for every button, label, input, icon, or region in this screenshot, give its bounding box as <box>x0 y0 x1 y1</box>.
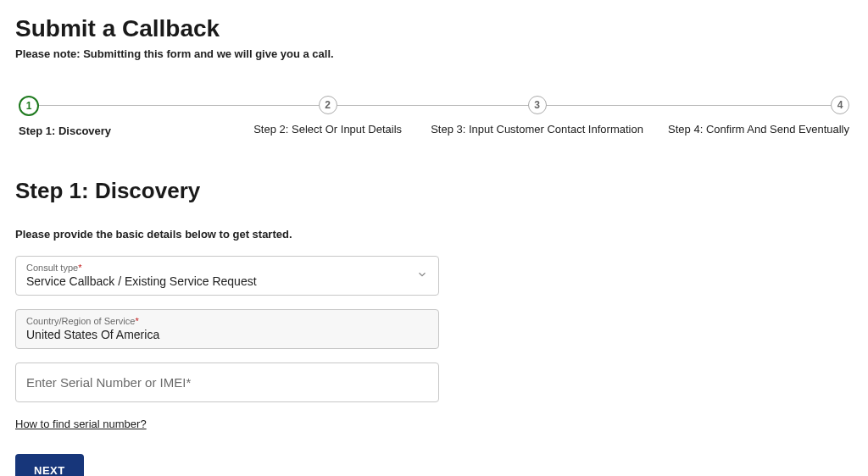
serial-input[interactable] <box>16 363 438 401</box>
country-label: Country/Region of Service* <box>26 316 428 326</box>
step-1[interactable]: 1 Step 1: Discovery <box>19 96 225 137</box>
consult-type-value: Service Callback / Existing Service Requ… <box>26 274 428 288</box>
page-title: Submit a Callback <box>15 15 853 42</box>
step-2-circle: 2 <box>319 96 337 114</box>
step-4-label: Step 4: Confirm And Send Eventually <box>668 123 849 136</box>
step-3-circle: 3 <box>528 96 547 114</box>
step-4-circle: 4 <box>831 96 849 114</box>
section-title: Step 1: Discovery <box>15 178 853 204</box>
chevron-down-icon <box>416 268 428 284</box>
country-field[interactable]: Country/Region of Service* United States… <box>15 309 439 349</box>
country-value: United States Of America <box>26 328 428 341</box>
step-3[interactable]: 3 Step 3: Input Customer Contact Informa… <box>431 96 643 137</box>
step-2[interactable]: 2 Step 2: Select Or Input Details <box>225 96 431 137</box>
find-serial-link[interactable]: How to find serial number? <box>15 418 147 430</box>
step-2-label: Step 2: Select Or Input Details <box>253 123 402 136</box>
consult-type-select[interactable]: Consult type* Service Callback / Existin… <box>15 256 439 296</box>
section-intro: Please provide the basic details below t… <box>15 228 853 241</box>
consult-type-label: Consult type* <box>26 263 428 273</box>
serial-field[interactable] <box>15 363 439 402</box>
step-4[interactable]: 4 Step 4: Confirm And Send Eventually <box>643 96 849 137</box>
page-note: Please note: Submitting this form and we… <box>15 47 853 60</box>
progress-stepper: 1 Step 1: Discovery 2 Step 2: Select Or … <box>15 96 853 137</box>
next-button[interactable]: NEXT <box>15 454 84 476</box>
step-1-label: Step 1: Discovery <box>19 125 111 137</box>
step-1-circle: 1 <box>19 96 39 116</box>
step-3-label: Step 3: Input Customer Contact Informati… <box>431 123 643 136</box>
